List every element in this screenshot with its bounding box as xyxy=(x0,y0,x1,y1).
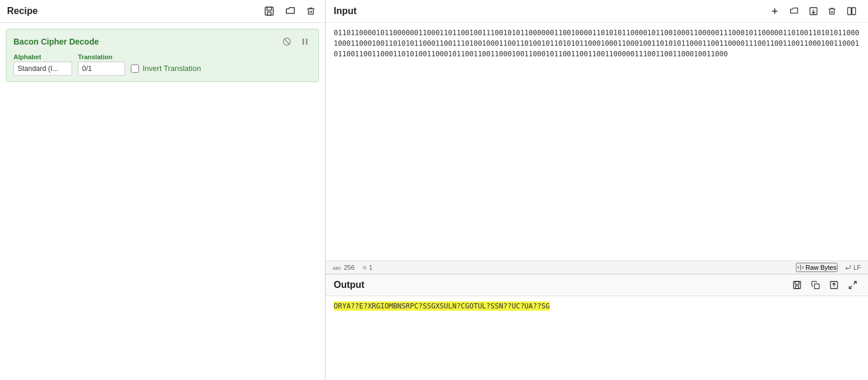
op-header: Bacon Cipher Decode xyxy=(13,35,311,48)
svg-line-18 xyxy=(849,286,852,289)
newline-indicator: LF xyxy=(845,264,861,271)
alphabet-input[interactable] xyxy=(13,62,72,76)
line-count-item: ≡ 1 xyxy=(363,264,373,271)
recipe-header: Recipe xyxy=(0,0,325,23)
output-expand-button[interactable] xyxy=(846,279,860,291)
newline-label: LF xyxy=(853,264,861,271)
invert-translation-checkbox[interactable] xyxy=(131,65,139,73)
op-controls xyxy=(280,35,311,48)
disable-op-button[interactable] xyxy=(280,35,294,48)
translation-label: Translation xyxy=(78,53,125,60)
svg-line-4 xyxy=(284,39,289,45)
open-folder-button[interactable] xyxy=(283,5,298,18)
save-recipe-button[interactable] xyxy=(262,5,277,18)
input-import-button[interactable] xyxy=(806,5,820,18)
op-fields: Alphabet Translation Invert Translation xyxy=(13,53,311,76)
output-title: Output xyxy=(334,280,364,290)
delete-recipe-button[interactable] xyxy=(304,5,318,18)
input-section: Input xyxy=(326,0,868,274)
output-actions xyxy=(790,279,860,291)
input-title: Input xyxy=(334,6,357,16)
left-panel: Recipe xyxy=(0,0,326,380)
svg-rect-5 xyxy=(303,39,304,45)
invert-translation-label[interactable]: Invert Translation xyxy=(143,64,201,73)
input-header: Input xyxy=(326,0,868,23)
input-header-actions xyxy=(768,5,860,18)
right-panel: Input xyxy=(326,0,868,380)
input-add-button[interactable] xyxy=(768,5,782,17)
output-section: Output xyxy=(326,274,868,380)
svg-rect-14 xyxy=(795,286,798,289)
char-count-item: abc 256 xyxy=(333,264,355,271)
svg-rect-11 xyxy=(852,8,856,15)
input-delete-button[interactable] xyxy=(825,5,839,18)
lines-icon: ≡ xyxy=(363,264,367,271)
svg-rect-13 xyxy=(795,281,799,284)
output-header: Output xyxy=(326,274,868,296)
raw-bytes-button[interactable]: Raw Bytes xyxy=(796,263,838,272)
alphabet-field-group: Alphabet xyxy=(13,53,72,76)
output-save-button[interactable] xyxy=(790,279,804,291)
drag-handle: · · · · · · · · · xyxy=(381,264,788,271)
pause-op-button[interactable] xyxy=(299,35,311,48)
svg-rect-2 xyxy=(267,12,271,15)
translation-field-group: Translation xyxy=(78,53,125,76)
recipe-title: Recipe xyxy=(7,6,38,16)
output-copy-button[interactable] xyxy=(809,279,822,291)
svg-rect-1 xyxy=(267,7,272,10)
line-count: 1 xyxy=(369,264,372,271)
input-textarea[interactable] xyxy=(326,23,868,260)
output-upload-button[interactable] xyxy=(827,279,841,291)
recipe-actions xyxy=(262,5,318,18)
status-right: Raw Bytes LF xyxy=(796,263,861,272)
op-title: Bacon Cipher Decode xyxy=(13,37,99,46)
invert-translation-group: Invert Translation xyxy=(131,64,201,73)
input-status-bar: abc 256 ≡ 1 · · · · · · · · · Raw Bytes xyxy=(326,260,868,274)
svg-rect-6 xyxy=(306,39,307,45)
op-block: Bacon Cipher Decode Alphabet xyxy=(6,29,319,82)
alphabet-label: Alphabet xyxy=(13,53,72,60)
raw-bytes-label: Raw Bytes xyxy=(806,264,837,271)
svg-rect-0 xyxy=(265,7,273,15)
svg-rect-12 xyxy=(794,281,801,289)
translation-input[interactable] xyxy=(78,62,125,76)
char-count: 256 xyxy=(344,264,354,271)
output-content: ORYA??E?XRGIOMBNSRPC?SSGXSULN?CGOTUL?SSN… xyxy=(326,296,868,380)
abc-icon: abc xyxy=(333,264,341,271)
svg-rect-10 xyxy=(847,8,851,15)
svg-rect-15 xyxy=(815,284,819,289)
svg-line-17 xyxy=(853,281,856,284)
input-swap-button[interactable] xyxy=(843,5,860,17)
output-text: ORYA??E?XRGIOMBNSRPC?SSGXSULN?CGOTUL?SSN… xyxy=(334,301,550,311)
input-open-button[interactable] xyxy=(786,5,802,17)
